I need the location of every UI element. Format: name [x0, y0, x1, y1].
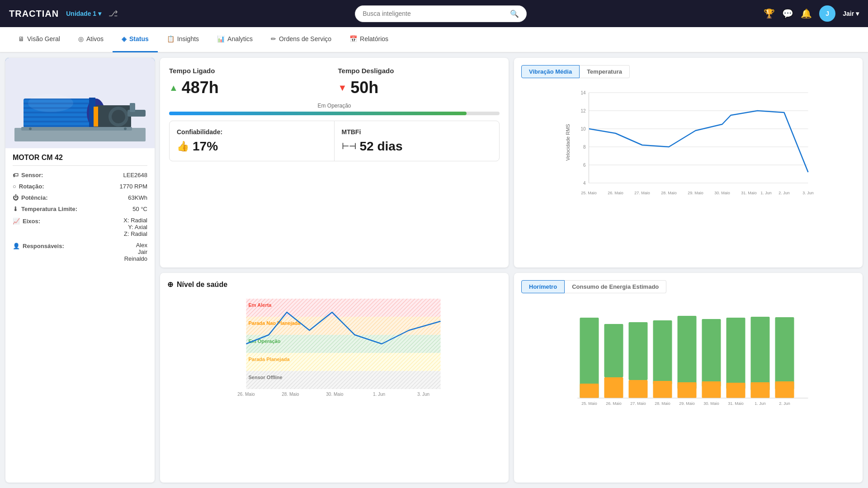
- tab-temperatura[interactable]: Temperatura: [580, 65, 630, 78]
- orders-icon: ✏: [271, 35, 276, 42]
- svg-text:Parada Nao Planejada: Parada Nao Planejada: [249, 320, 301, 326]
- energy-chart-wrapper: 25. Maio 26. Maio 27. Maio 28. Maio 29. …: [521, 299, 855, 407]
- mtbfi-label: MTBFi: [342, 128, 492, 136]
- fork-icon: ⎇: [108, 9, 118, 19]
- search-input[interactable]: [363, 10, 506, 17]
- nav-item-ativos[interactable]: ◎ Ativos: [69, 27, 113, 52]
- svg-point-21: [28, 94, 73, 112]
- svg-text:27. Maio: 27. Maio: [634, 191, 650, 195]
- reliability-value: 👍 17%: [177, 139, 327, 154]
- em-operacao-label: Em Operação: [169, 103, 500, 109]
- search-container: 🔍: [125, 5, 756, 22]
- sensor-label: 🏷 Sensor:: [13, 172, 71, 178]
- on-label: Tempo Ligado: [169, 67, 331, 75]
- nav-item-insights[interactable]: 📋 Insights: [158, 27, 208, 52]
- progress-bar-container: [169, 112, 500, 115]
- metrics-grid: Confiabilidade: 👍 17% MTBFi ⊢⊣ 52 dias: [169, 121, 500, 161]
- svg-text:28. Maio: 28. Maio: [282, 392, 299, 397]
- on-value: ▲ 487h: [169, 78, 331, 97]
- svg-text:2. Jun: 2. Jun: [778, 191, 790, 195]
- svg-text:Velocidade RMS: Velocidade RMS: [565, 124, 571, 160]
- tiempo-desligado: Tempo Desligado ▼ 50h: [338, 67, 500, 97]
- svg-rect-77: [653, 320, 672, 385]
- vibration-card: Vibração Média Temperatura Velocidade RM…: [514, 58, 863, 267]
- thumbs-up-icon: 👍: [177, 141, 189, 152]
- analytics-icon: 📊: [217, 35, 225, 42]
- rotation-label: ○ Rotação:: [13, 183, 71, 190]
- nav-item-analytics[interactable]: 📊 Analytics: [208, 27, 262, 52]
- divider: [13, 165, 147, 166]
- unit-selector[interactable]: Unidade 1 ▾: [66, 10, 101, 17]
- eixos-label: 📈 Eixos:: [13, 217, 71, 225]
- arrow-down-icon: ▼: [338, 83, 347, 93]
- assets-icon: ◎: [78, 35, 84, 42]
- nav-item-ordens[interactable]: ✏ Ordens de Serviço: [262, 27, 340, 52]
- svg-rect-74: [604, 377, 623, 398]
- power-label: ⏻ Potência:: [13, 194, 71, 201]
- responsaveis-row: 👤 Responsáveis: Alex Jair Reinaldo: [13, 239, 147, 264]
- svg-text:2. Jun: 2. Jun: [779, 401, 790, 406]
- svg-rect-61: [246, 353, 441, 371]
- svg-rect-20: [130, 103, 135, 112]
- svg-rect-76: [629, 380, 648, 398]
- tab-energia[interactable]: Consumo de Energia Estimado: [565, 280, 666, 293]
- monitor-icon: 🖥: [18, 35, 24, 42]
- responsaveis-label: 👤 Responsáveis:: [13, 242, 71, 249]
- svg-rect-16: [21, 127, 132, 131]
- svg-rect-52: [246, 299, 441, 317]
- health-title: ⊕ Nível de saúde: [167, 280, 501, 289]
- avatar: J: [819, 5, 835, 22]
- svg-text:26. Maio: 26. Maio: [608, 191, 623, 195]
- machine-info: MOTOR CM 42 🏷 Sensor: LEE2648 ○ Rotação:…: [5, 148, 155, 270]
- svg-text:14: 14: [580, 90, 586, 95]
- svg-text:1. Jun: 1. Jun: [373, 392, 385, 397]
- svg-rect-80: [678, 382, 697, 398]
- svg-text:29. Maio: 29. Maio: [679, 401, 695, 406]
- svg-text:Sensor Offline: Sensor Offline: [249, 375, 283, 380]
- health-card: ⊕ Nível de saúde: [160, 273, 509, 483]
- nav-item-status[interactable]: ◈ Status: [113, 27, 158, 52]
- svg-rect-84: [726, 383, 745, 398]
- reliability-label: Confiabilidade:: [177, 128, 327, 136]
- chat-icon[interactable]: 💬: [782, 8, 793, 19]
- svg-text:30. Maio: 30. Maio: [326, 392, 344, 397]
- temp-icon: 🌡: [13, 206, 19, 212]
- nav-item-visao-geral[interactable]: 🖥 Visão Geral: [9, 27, 69, 52]
- tab-horimetro[interactable]: Horímetro: [521, 280, 565, 293]
- reports-icon: 📅: [349, 35, 357, 42]
- nav-item-relatorios[interactable]: 📅 Relatórios: [340, 27, 397, 52]
- svg-text:28. Maio: 28. Maio: [661, 191, 677, 195]
- search-icon: 🔍: [510, 9, 519, 18]
- search-box[interactable]: 🔍: [355, 5, 527, 22]
- vibration-chart-svg: Velocidade RMS 14 12 10 8 6 4 25.: [521, 84, 855, 201]
- svg-text:25. Maio: 25. Maio: [581, 401, 597, 406]
- svg-text:12: 12: [580, 108, 586, 113]
- temp-limit-label: 🌡 Temperatura Limite:: [13, 206, 77, 212]
- person-icon: 👤: [13, 243, 20, 249]
- svg-rect-58: [246, 335, 441, 353]
- svg-text:26. Maio: 26. Maio: [606, 401, 622, 406]
- header: TRACTIAN Unidade 1 ▾ ⎇ 🔍 🏆 💬 🔔 J Jair ▾: [0, 0, 868, 27]
- user-name-label[interactable]: Jair ▾: [843, 10, 859, 17]
- eixos-icon: 📈: [13, 218, 20, 225]
- tiempo-ligado: Tempo Ligado ▲ 487h: [169, 67, 331, 97]
- tab-vibracao[interactable]: Vibração Média: [521, 65, 580, 78]
- off-value: ▼ 50h: [338, 78, 500, 97]
- health-chart-wrapper: Em Alerta Parada Nao Planejada Em Operaç…: [167, 294, 501, 413]
- bell-icon[interactable]: 🔔: [801, 8, 812, 19]
- eixos-row: 📈 Eixos: X: Radial Y: Axial Z: Radial: [13, 215, 147, 239]
- svg-rect-85: [751, 317, 770, 390]
- time-grid: Tempo Ligado ▲ 487h Tempo Desligado ▼ 50…: [169, 67, 500, 97]
- svg-text:28. Maio: 28. Maio: [655, 401, 670, 406]
- logo: TRACTIAN: [9, 9, 59, 19]
- svg-rect-72: [580, 384, 599, 398]
- svg-text:8: 8: [583, 145, 586, 150]
- sensor-icon: 🏷: [13, 172, 19, 178]
- svg-text:Parada Planejada: Parada Planejada: [249, 357, 290, 362]
- svg-rect-79: [678, 316, 697, 389]
- svg-text:1. Jun: 1. Jun: [755, 401, 766, 406]
- trophy-icon[interactable]: 🏆: [764, 8, 775, 19]
- svg-rect-64: [246, 371, 441, 389]
- svg-text:Em Alerta: Em Alerta: [249, 302, 272, 308]
- svg-text:3. Jun: 3. Jun: [417, 392, 429, 397]
